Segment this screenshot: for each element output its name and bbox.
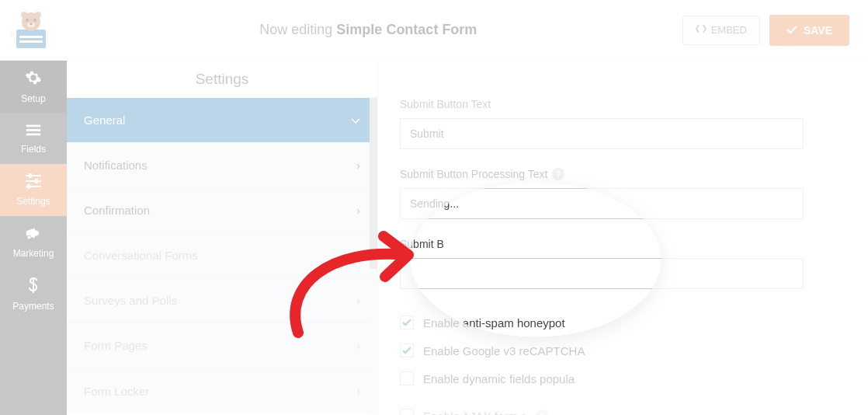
svg-point-8: [21, 12, 27, 18]
svg-rect-17: [35, 179, 38, 183]
chevron-right-icon: ›: [356, 249, 360, 262]
chevron-right-icon: ›: [356, 385, 360, 397]
checkbox-icon: [400, 316, 414, 330]
list-icon: [25, 123, 42, 139]
panel-row-label: Form Pages: [84, 339, 148, 352]
help-icon[interactable]: ?: [536, 410, 548, 415]
checkbox-row-recaptcha[interactable]: Enable Google v3 reCAPTCHA: [400, 344, 868, 357]
panel-row-formlocker[interactable]: Form Locker ›: [67, 368, 377, 413]
sidebar-label: Setup: [21, 93, 45, 104]
panel-scrollbar[interactable]: [370, 98, 377, 415]
checkbox-icon: [400, 344, 414, 357]
svg-point-9: [35, 12, 41, 18]
submit-partial-input[interactable]: [400, 258, 804, 289]
sidebar-item-settings[interactable]: Settings: [0, 164, 67, 216]
sidebar-item-marketing[interactable]: Marketing: [0, 216, 67, 268]
chevron-right-icon: ›: [356, 159, 360, 172]
panel-row-label: Confirmation: [84, 204, 150, 217]
sidebar-label: Settings: [16, 196, 50, 207]
svg-rect-12: [26, 133, 40, 135]
content-area: Submit Button Text Submit Button Process…: [377, 61, 868, 415]
code-icon: [696, 24, 707, 36]
save-button[interactable]: SAVE: [769, 15, 849, 46]
help-icon[interactable]: ?: [552, 168, 564, 180]
panel-row-surveys[interactable]: Surveys and Polls ›: [67, 278, 377, 323]
dollar-icon: [27, 277, 40, 296]
submit-text-input[interactable]: [400, 118, 804, 149]
panel-row-label: General: [84, 113, 125, 127]
svg-rect-1: [19, 36, 43, 38]
sidebar-item-payments[interactable]: Payments: [0, 268, 67, 320]
svg-point-4: [26, 19, 29, 22]
panel-list: General Notifications › Confirmation › C…: [67, 98, 377, 415]
checkbox-row-honeypot[interactable]: Enable anti-spam honeypot: [400, 316, 868, 330]
processing-text-label: Submit Button Processing Text ?: [400, 168, 868, 180]
chevron-right-icon: ›: [356, 204, 360, 217]
editing-prefix: Now editing: [259, 22, 332, 37]
checkbox-icon: [400, 409, 414, 415]
check-icon: [786, 24, 797, 37]
svg-rect-0: [16, 30, 46, 48]
svg-rect-14: [26, 180, 41, 182]
panel-row-conversational[interactable]: Conversational Forms ›: [67, 233, 377, 278]
settings-panel: Settings General Notifications › Confirm…: [67, 61, 377, 415]
processing-text-input[interactable]: [400, 188, 804, 219]
bullhorn-icon: [25, 225, 42, 243]
sidebar-label: Marketing: [13, 248, 54, 259]
sidebar-label: Payments: [12, 301, 54, 312]
svg-rect-18: [27, 184, 30, 189]
chevron-down-icon: [351, 114, 360, 127]
form-name: Simple Contact Form: [336, 22, 477, 37]
panel-row-label: Notifications: [84, 159, 148, 172]
panel-row-label: Form Locker: [84, 385, 149, 398]
scrollbar-thumb[interactable]: [370, 98, 377, 269]
sliders-icon: [24, 173, 43, 191]
left-sidebar: Setup Fields Settings Marketing Payments: [0, 61, 67, 415]
chevron-right-icon: ›: [356, 340, 360, 352]
app-logo: [8, 7, 54, 54]
submit-text-label: Submit Button Text: [400, 98, 868, 110]
checkbox-label: Enable Google v3 reCAPTCHA: [423, 344, 585, 357]
svg-rect-2: [19, 40, 43, 43]
checkbox-label: Enable AJAX form s: [423, 410, 526, 416]
editing-label: Now editing Simple Contact Form: [54, 22, 682, 38]
chevron-right-icon: ›: [356, 295, 360, 307]
sidebar-item-setup[interactable]: Setup: [0, 61, 67, 113]
gear-icon: [25, 69, 42, 89]
panel-row-label: Surveys and Polls: [84, 294, 177, 307]
svg-rect-10: [26, 124, 40, 127]
checkbox-row-ajax[interactable]: Enable AJAX form s ?: [400, 409, 868, 415]
panel-row-confirmation[interactable]: Confirmation ›: [67, 188, 377, 233]
checkbox-label: Enable anti-spam honeypot: [423, 316, 565, 330]
embed-label: EMBED: [711, 24, 747, 36]
submit-partial-label: Submit B: [400, 238, 868, 250]
checkbox-label: Enable dynamic fields popula: [423, 372, 575, 385]
panel-row-notifications[interactable]: Notifications ›: [67, 143, 377, 188]
top-bar: Now editing Simple Contact Form EMBED SA…: [0, 0, 868, 61]
checkbox-icon: [400, 371, 414, 385]
panel-title: Settings: [67, 61, 377, 98]
panel-row-general[interactable]: General: [67, 98, 377, 143]
save-label: SAVE: [804, 24, 832, 37]
svg-point-7: [30, 23, 33, 25]
sidebar-label: Fields: [21, 144, 46, 155]
checkbox-row-dynamic[interactable]: Enable dynamic fields popula: [400, 371, 868, 385]
panel-row-label: Conversational Forms: [84, 249, 198, 262]
panel-row-formpages[interactable]: Form Pages ›: [67, 323, 377, 368]
svg-rect-11: [26, 129, 40, 131]
svg-rect-13: [26, 175, 41, 176]
svg-point-5: [33, 19, 36, 22]
embed-button[interactable]: EMBED: [682, 16, 760, 45]
svg-rect-16: [29, 173, 32, 178]
sidebar-item-fields[interactable]: Fields: [0, 113, 67, 165]
